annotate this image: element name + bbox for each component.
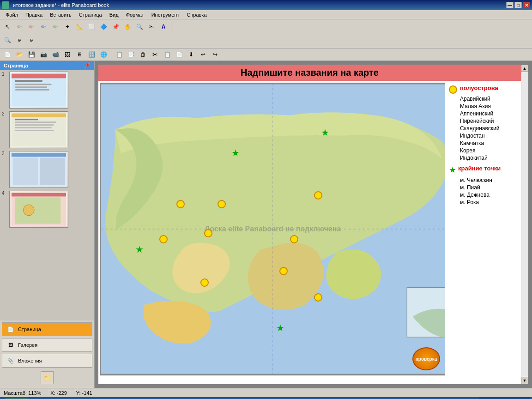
slide-item-4[interactable]: 4 [2, 191, 92, 228]
tool-pointer[interactable]: ↖ [2, 22, 13, 32]
btn-new[interactable]: 📄 [2, 49, 13, 60]
window-title: итоговое задание* - elite Panaboard book [11, 2, 506, 8]
map-dot-8[interactable] [314, 293, 322, 302]
menu-help[interactable]: Справка [183, 11, 210, 18]
btn-undo[interactable]: ↩ [198, 49, 209, 60]
tool-shape[interactable]: ✦ [62, 22, 73, 32]
point-item-3: м. Рока [460, 199, 519, 206]
map-star-3[interactable]: ★ [321, 127, 329, 138]
scroll-down[interactable]: ▼ [521, 377, 528, 384]
slide-item-3[interactable]: 3 [2, 151, 92, 188]
app-icon [2, 1, 9, 9]
map-star-2[interactable]: ★ [231, 147, 240, 158]
svg-rect-19 [40, 157, 65, 185]
btn-page-del[interactable]: 🗑 [138, 49, 149, 60]
btn-page-dup[interactable]: 📑 [126, 49, 137, 60]
zoom-fit-btn[interactable]: ⊕ [14, 35, 25, 45]
menu-page[interactable]: Страница [75, 11, 106, 18]
slide-thumb-4[interactable] [9, 191, 68, 228]
svg-rect-14 [15, 130, 54, 131]
map-dot-9[interactable] [290, 235, 298, 243]
btn-cut[interactable]: ✂ [150, 49, 161, 60]
slide-thumb-1[interactable] [9, 72, 68, 109]
map-dot-3[interactable] [204, 229, 212, 237]
map-star-4[interactable]: ★ [276, 322, 284, 333]
svg-rect-23 [15, 197, 60, 224]
btn-screen[interactable]: 🖥 [74, 49, 85, 60]
tool-line[interactable]: 📐 [74, 22, 85, 32]
menu-insert[interactable]: Вставить [46, 11, 75, 18]
zoom-out-btn[interactable]: ⊖ [26, 35, 37, 45]
menu-format[interactable]: Формат [122, 11, 148, 18]
nav-buttons: 📄 Страница 🖼 Галерея 📎 Вложения 📁 [0, 320, 94, 388]
scrollbar-right[interactable]: ▲ ▼ [521, 65, 528, 384]
category-peninsulas-header: полуострова [449, 85, 519, 94]
btn-page-new[interactable]: 📋 [114, 49, 125, 60]
nav-pages[interactable]: 📄 Страница [2, 322, 92, 336]
btn-redo[interactable]: ↪ [210, 49, 221, 60]
toolbar-row-3: 📄 📂 💾 📷 📹 🖼 🖥 🔢 🌐 📋 📑 🗑 ✂ 📋 📄 ⬇ ↩ ↪ [0, 48, 532, 61]
btn-open[interactable]: 📂 [14, 49, 25, 60]
slide-number-2: 2 [2, 111, 7, 116]
map-dot-1[interactable] [176, 200, 185, 208]
slide-thumb-3[interactable] [9, 151, 68, 188]
tool-pen4[interactable]: ✏ [50, 22, 61, 32]
btn-import[interactable]: ⬇ [186, 49, 197, 60]
map-dot-4[interactable] [218, 200, 226, 208]
main-layout: Страница 📌 1 [0, 61, 532, 388]
btn-paste[interactable]: 📄 [174, 49, 185, 60]
peninsula-dot [449, 85, 457, 94]
slide-2-content [10, 112, 68, 148]
slide-container: Надпишите названия на карте [95, 61, 532, 388]
maximize-button[interactable]: □ [514, 2, 522, 8]
map-dot-2[interactable] [159, 235, 168, 243]
nav-gallery[interactable]: 🖼 Галерея [2, 338, 92, 352]
menu-view[interactable]: Вид [106, 11, 122, 18]
svg-rect-5 [15, 86, 47, 88]
svg-rect-22 [12, 193, 66, 197]
scroll-up[interactable]: ▲ [521, 65, 528, 72]
status-bar: Масштаб: 113% X: -229 Y: -141 [0, 388, 532, 397]
tool-stamp[interactable]: 📌 [110, 22, 121, 32]
menu-file[interactable]: Файл [2, 11, 22, 18]
btn-globe[interactable]: 🌐 [98, 49, 109, 60]
slide-item-2[interactable]: 2 [2, 111, 92, 148]
check-button[interactable]: проверка [412, 347, 440, 370]
tool-fill[interactable]: 🔷 [98, 22, 109, 32]
pin-icon[interactable]: 📌 [84, 62, 91, 68]
close-button[interactable]: ✕ [523, 2, 530, 8]
tool-move[interactable]: ✋ [122, 22, 133, 32]
sidebar-header: Страница 📌 [0, 61, 94, 70]
tool-pen2[interactable]: ✏ [26, 22, 37, 32]
peninsula-item-6: Камчатка [460, 140, 519, 146]
menu-edit[interactable]: Правка [22, 11, 46, 18]
tool-zoom[interactable]: 🔍 [134, 22, 145, 32]
btn-camera[interactable]: 📷 [38, 49, 49, 60]
tool-crop[interactable]: ✂ [146, 22, 157, 32]
taskbar: 🪟 пуск 🔒 🌐 🦊 🗺 география карти... 📁 Down… [0, 397, 532, 399]
tool-text[interactable]: A [158, 22, 169, 32]
minimize-button[interactable]: — [506, 2, 514, 8]
tool-eraser[interactable]: ⬜ [86, 22, 97, 32]
btn-calc[interactable]: 🔢 [86, 49, 97, 60]
tool-pen3[interactable]: ✏ [38, 22, 49, 32]
btn-video[interactable]: 📹 [50, 49, 61, 60]
nav-folder-btn[interactable]: 📁 [41, 371, 54, 384]
slide-content[interactable]: Надпишите названия на карте [98, 65, 521, 384]
btn-image[interactable]: 🖼 [62, 49, 73, 60]
nav-pages-label: Страница [18, 326, 41, 332]
tool-pen[interactable]: ✏ [14, 22, 25, 32]
point-item-0: м. Челюскин [460, 177, 519, 183]
scroll-track [521, 72, 528, 377]
slide-thumb-2[interactable] [9, 111, 68, 148]
peninsula-item-4: Скандинавский [460, 125, 519, 132]
menu-tool[interactable]: Инструмент [148, 11, 183, 18]
zoom-in-btn[interactable]: 🔍 [2, 35, 13, 45]
nav-attachments[interactable]: 📎 Вложения [2, 354, 92, 368]
btn-save[interactable]: 💾 [26, 49, 37, 60]
map-dot-5[interactable] [314, 191, 322, 200]
btn-copy[interactable]: 📋 [162, 49, 173, 60]
slide-item-1[interactable]: 1 [2, 72, 92, 109]
map-star-1[interactable]: ★ [135, 244, 144, 255]
slide-list[interactable]: 1 [0, 70, 94, 320]
